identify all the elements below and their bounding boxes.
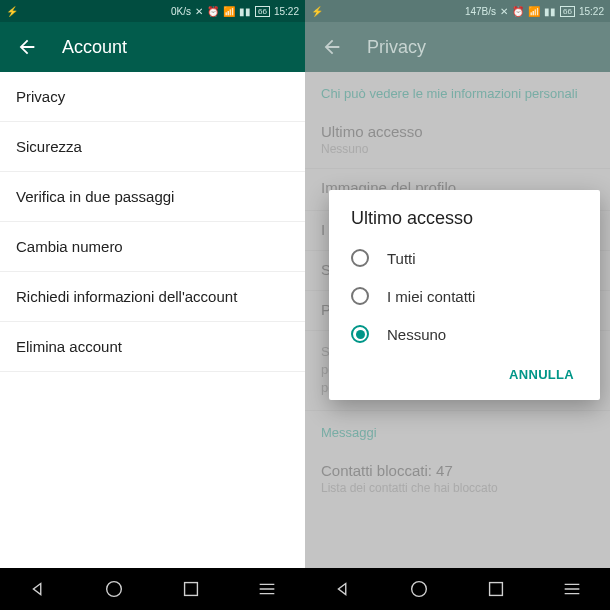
radio-icon (351, 287, 369, 305)
svg-rect-1 (184, 583, 197, 596)
status-bar: ⚡ 0K/s ✕ ⏰ 📶 ▮▮ 66 15:22 (0, 0, 305, 22)
charging-icon: ⚡ (6, 6, 18, 17)
setting-last-seen[interactable]: Ultimo accesso Nessuno (305, 113, 610, 169)
status-bar: ⚡ 147B/s ✕ ⏰ 📶 ▮▮ 66 15:22 (305, 0, 610, 22)
last-seen-dialog: Ultimo accesso Tutti I miei contatti Nes… (329, 190, 600, 400)
nav-back[interactable] (27, 578, 49, 600)
dialog-actions: ANNULLA (329, 353, 600, 392)
network-speed: 147B/s (465, 6, 496, 17)
network-speed: 0K/s (171, 6, 191, 17)
vibrate-icon: ✕ (195, 6, 203, 17)
svg-point-0 (107, 582, 122, 597)
charging-icon: ⚡ (311, 6, 323, 17)
screen-account: ⚡ 0K/s ✕ ⏰ 📶 ▮▮ 66 15:22 Account Privacy… (0, 0, 305, 610)
back-icon[interactable] (16, 36, 38, 58)
nav-recent[interactable] (180, 578, 202, 600)
radio-option-everyone[interactable]: Tutti (329, 239, 600, 277)
svg-rect-3 (489, 583, 502, 596)
nav-bar (0, 568, 305, 610)
clock: 15:22 (274, 6, 299, 17)
app-bar: Privacy (305, 22, 610, 72)
screen-privacy: ⚡ 147B/s ✕ ⏰ 📶 ▮▮ 66 15:22 Privacy Chi p… (305, 0, 610, 610)
item-privacy[interactable]: Privacy (0, 72, 305, 122)
battery-icon: 66 (255, 6, 270, 17)
setting-blocked[interactable]: Contatti bloccati: 47 Lista dei contatti… (305, 452, 610, 507)
account-list: Privacy Sicurezza Verifica in due passag… (0, 72, 305, 372)
cancel-button[interactable]: ANNULLA (501, 361, 582, 388)
nav-menu[interactable] (561, 578, 583, 600)
radio-option-nobody[interactable]: Nessuno (329, 315, 600, 353)
app-bar: Account (0, 22, 305, 72)
nav-bar (305, 568, 610, 610)
alarm-icon: ⏰ (512, 6, 524, 17)
wifi-icon: 📶 (223, 6, 235, 17)
nav-back[interactable] (332, 578, 354, 600)
nav-home[interactable] (103, 578, 125, 600)
clock: 15:22 (579, 6, 604, 17)
item-request-info[interactable]: Richiedi informazioni dell'account (0, 272, 305, 322)
page-title: Privacy (367, 37, 426, 58)
wifi-icon: 📶 (528, 6, 540, 17)
item-delete-account[interactable]: Elimina account (0, 322, 305, 372)
dialog-title: Ultimo accesso (329, 208, 600, 239)
nav-recent[interactable] (485, 578, 507, 600)
nav-menu[interactable] (256, 578, 278, 600)
radio-icon (351, 249, 369, 267)
item-change-number[interactable]: Cambia numero (0, 222, 305, 272)
section-personal-info: Chi può vedere le mie informazioni perso… (305, 72, 610, 113)
signal-icon: ▮▮ (239, 6, 251, 17)
page-title: Account (62, 37, 127, 58)
signal-icon: ▮▮ (544, 6, 556, 17)
item-security[interactable]: Sicurezza (0, 122, 305, 172)
radio-icon (351, 325, 369, 343)
back-icon[interactable] (321, 36, 343, 58)
vibrate-icon: ✕ (500, 6, 508, 17)
nav-home[interactable] (408, 578, 430, 600)
alarm-icon: ⏰ (207, 6, 219, 17)
battery-icon: 66 (560, 6, 575, 17)
item-two-step[interactable]: Verifica in due passaggi (0, 172, 305, 222)
svg-point-2 (412, 582, 427, 597)
radio-option-contacts[interactable]: I miei contatti (329, 277, 600, 315)
section-messages: Messaggi (305, 411, 610, 452)
